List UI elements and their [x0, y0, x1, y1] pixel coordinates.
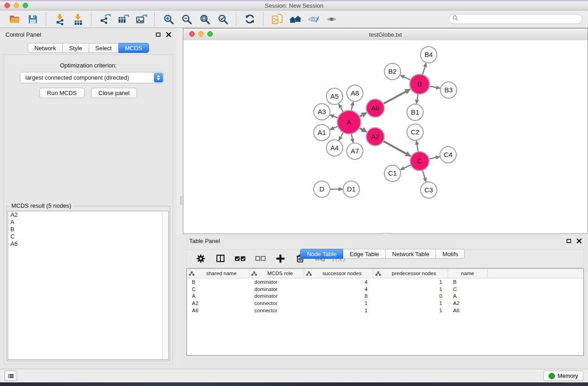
graph-edge-B-B2[interactable] [404, 77, 411, 80]
graph-node-label: A4 [330, 144, 339, 152]
export-image-icon[interactable] [132, 11, 150, 27]
result-list-item[interactable]: A [8, 219, 168, 226]
graph-edge-C-C1[interactable] [404, 165, 411, 168]
mcds-result-groupbox: MCDS result (5 nodes) A2ABCA6 [6, 206, 170, 361]
graph-edge-A-A4[interactable] [341, 133, 344, 137]
edge-arrowhead-icon [400, 166, 405, 170]
open-file-icon[interactable] [5, 11, 24, 27]
tab-motifs[interactable]: Motifs [436, 249, 465, 259]
criterion-dropdown[interactable]: largest connected component (directed) [20, 72, 164, 83]
graph-edge-C-C3[interactable] [422, 170, 425, 178]
main-toolbar [0, 10, 588, 28]
tab-select[interactable]: Select [89, 43, 119, 53]
network-close-button[interactable] [189, 31, 195, 37]
zoom-fit-icon[interactable] [196, 11, 214, 27]
network-graph[interactable]: B4B2BB3A5A8A6B1A3AA1C2A2A4A7C4CC1C3DD1 [183, 40, 588, 234]
memory-button-label: Memory [558, 373, 578, 379]
graph-node-label: B2 [388, 67, 397, 75]
network-zoom-button[interactable] [207, 31, 213, 37]
network-window-title: testGlobe.txt [369, 31, 402, 38]
dropdown-stepper-icon [154, 73, 163, 82]
graph-edge-B-B1[interactable] [417, 94, 418, 100]
toolbar-separator [236, 12, 237, 26]
table-panel-tabs: Node TableEdge TableNetwork TableMotifs [177, 249, 588, 366]
search-field[interactable] [449, 14, 583, 24]
memory-button[interactable]: Memory [543, 371, 583, 381]
main-toolbar-groups [5, 11, 340, 27]
tab-network[interactable]: Network [28, 43, 63, 53]
toolbar-separator [91, 12, 92, 26]
control-panel-title: Control Panel [5, 31, 41, 38]
graph-edge-C-C2[interactable] [417, 145, 418, 152]
close-window-button[interactable] [5, 3, 10, 8]
zoom-out-icon[interactable] [177, 11, 196, 27]
table-panel-title: Table Panel [189, 238, 220, 244]
graph-edge-C-C4[interactable] [429, 157, 435, 159]
graph-edge-A-A7[interactable] [351, 133, 352, 138]
zoom-in-icon[interactable] [159, 11, 177, 27]
toolbar-separator [46, 12, 47, 26]
edge-arrowhead-icon [399, 75, 405, 79]
float-panel-icon[interactable] [156, 32, 161, 37]
tab-node-table[interactable]: Node Table [300, 249, 344, 259]
float-panel-icon[interactable] [566, 238, 571, 243]
clone-network-icon[interactable] [268, 11, 286, 27]
graph-edge-A6-B[interactable] [383, 92, 406, 104]
graph-node-label: C2 [411, 128, 419, 136]
refresh-icon[interactable] [241, 11, 259, 27]
graph-edge-A2-C[interactable] [383, 141, 406, 154]
graph-edge-A-A5[interactable] [341, 107, 344, 112]
mcds-tab-content: Optimization criterion: largest connecte… [4, 54, 173, 364]
result-list-item[interactable]: A6 [8, 240, 168, 248]
import-network-icon[interactable] [51, 11, 69, 27]
tab-mcds[interactable]: MCDS [119, 43, 149, 53]
export-network-icon[interactable] [96, 11, 114, 27]
graph-edge-A-A1[interactable] [334, 126, 338, 128]
graph-node-label: A8 [351, 89, 359, 97]
graph-edge-A-A8[interactable] [351, 105, 352, 110]
graph-node-label: B [417, 80, 422, 88]
graph-node-label: C3 [424, 186, 433, 194]
graph-edge-B-B4[interactable] [422, 67, 425, 75]
tab-network-table[interactable]: Network Table [386, 249, 436, 259]
graph-node-label: A3 [318, 108, 326, 115]
memory-status-dot-icon [549, 373, 555, 379]
result-list-item[interactable]: B [8, 226, 168, 233]
close-panel-button[interactable]: Close panel [91, 88, 138, 98]
network-window-titlebar[interactable]: testGlobe.txt [183, 29, 588, 41]
tab-edge-table[interactable]: Edge Table [343, 249, 386, 259]
show-hide-eye-icon[interactable] [322, 11, 340, 27]
save-session-icon[interactable] [24, 11, 42, 27]
result-list-item[interactable]: C [8, 233, 168, 240]
graph-edge-A-A3[interactable] [334, 116, 338, 118]
network-canvas[interactable]: B4B2BB3A5A8A6B1A3AA1C2A2A4A7C4CC1C3DD1 [183, 40, 588, 234]
close-panel-icon[interactable] [166, 32, 171, 37]
criterion-dropdown-value: largest connected component (directed) [20, 74, 154, 81]
run-mcds-button[interactable]: Run MCDS [39, 88, 85, 98]
export-table-icon[interactable] [114, 11, 132, 27]
home-icon[interactable] [286, 11, 304, 27]
tab-style[interactable]: Style [63, 43, 89, 53]
graph-node-label: C1 [388, 169, 397, 177]
control-panel-header: Control Panel [0, 28, 177, 41]
graph-node-label: B3 [445, 86, 453, 94]
network-view-window: testGlobe.txt B4B2BB3A5A8A6B1A3AA1C2A2A4… [183, 28, 588, 234]
splitpane-handle-vertical[interactable] [180, 196, 184, 205]
graph-node-label: A7 [351, 147, 359, 155]
result-list-scrollbar[interactable] [162, 211, 168, 359]
result-list-item[interactable]: A2 [8, 211, 168, 219]
search-input[interactable] [461, 15, 579, 23]
toggle-details-icon[interactable] [304, 11, 322, 27]
task-history-button[interactable] [5, 371, 17, 381]
minimize-window-button[interactable] [14, 3, 19, 8]
graph-node-label: A6 [371, 104, 379, 112]
zoom-window-button[interactable] [23, 3, 28, 8]
edge-arrowhead-icon [329, 114, 335, 118]
zoom-selected-icon[interactable] [214, 11, 232, 27]
close-panel-icon[interactable] [577, 238, 582, 243]
mcds-result-list[interactable]: A2ABCA6 [8, 211, 169, 360]
import-table-icon[interactable] [69, 11, 87, 27]
network-minimize-button[interactable] [198, 31, 204, 37]
graph-edge-B-B3[interactable] [430, 86, 436, 87]
edge-arrowhead-icon [329, 126, 335, 130]
